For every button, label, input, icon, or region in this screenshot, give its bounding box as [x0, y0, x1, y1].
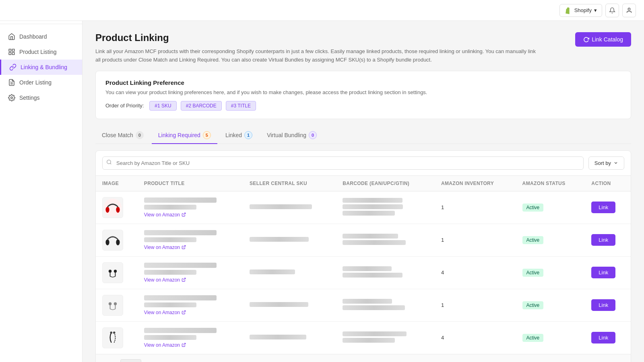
status-cell: Active [516, 321, 585, 354]
col-inventory: Amazon Inventory [435, 176, 516, 191]
link-catalog-button[interactable]: Link Catalog [575, 32, 631, 47]
barcode-redacted [343, 338, 395, 343]
product-subtitle-redacted [144, 270, 196, 275]
barcode-redacted [343, 305, 405, 310]
barcode-cell [336, 224, 435, 256]
tab-linking-required[interactable]: Linking Required 5 [152, 127, 217, 144]
sidebar-item-label: Order Listing [19, 79, 52, 86]
product-image [102, 262, 123, 283]
svg-rect-15 [106, 208, 109, 212]
per-page-select[interactable]: 10 25 50 [120, 359, 141, 362]
product-subtitle-redacted [144, 335, 196, 340]
svg-point-42 [113, 331, 116, 334]
sidebar-item-linking-bundling[interactable]: Linking & Bundling [0, 60, 82, 75]
inventory-cell: 4 [435, 256, 516, 289]
inventory-cell: 1 [435, 191, 516, 224]
bell-icon [609, 7, 615, 14]
col-status: Amazon Status [516, 176, 585, 191]
tab-virtual-bundling[interactable]: Virtual Bundling 0 [260, 127, 323, 144]
refresh-icon [583, 37, 589, 43]
sku-cell [243, 256, 336, 289]
header-bar: Shopify ▾ [0, 0, 644, 21]
col-action: Action [585, 176, 631, 191]
tab-close-match[interactable]: Close Match 0 [95, 127, 150, 144]
search-input[interactable] [102, 156, 584, 170]
barcode-redacted [343, 198, 402, 203]
sidebar-item-order-listing[interactable]: Order Listing [0, 75, 82, 90]
view-on-amazon-link[interactable]: View on Amazon [144, 245, 237, 250]
link-button[interactable]: Link [591, 267, 615, 278]
svg-point-40 [104, 329, 122, 346]
user-button[interactable] [622, 4, 636, 17]
table-row: View on Amazon 4ActiveLink [96, 256, 631, 289]
tab-linked[interactable]: Linked 1 [219, 127, 259, 144]
sidebar-item-dashboard[interactable]: Dashboard [0, 29, 82, 44]
product-title-redacted [144, 263, 217, 268]
product-subtitle-redacted [144, 237, 196, 242]
status-cell: Active [516, 256, 585, 289]
tab-linking-required-label: Linking Required [158, 132, 200, 138]
tab-virtual-bundling-label: Virtual Bundling [267, 132, 306, 138]
svg-rect-4 [12, 49, 14, 51]
product-table-container: Sort by Image Product Title Seller Centr… [95, 150, 631, 362]
col-barcode: Barcode (EAN/UPC/GTIN) [336, 176, 435, 191]
tab-linked-badge: 1 [244, 131, 252, 139]
tab-close-match-label: Close Match [102, 132, 133, 138]
barcode-cell [336, 256, 435, 289]
inventory-cell: 1 [435, 224, 516, 256]
sort-by-button[interactable]: Sort by [588, 156, 624, 170]
tab-close-match-badge: 0 [136, 131, 144, 139]
page-header-left: Product Linking Link all your Amazon MCF… [95, 32, 538, 64]
product-image [102, 327, 123, 348]
product-title-redacted [144, 230, 217, 235]
link-button[interactable]: Link [591, 234, 615, 246]
priority-tag-sku: #1 SKU [149, 101, 176, 111]
status-cell: Active [516, 224, 585, 256]
preference-card: Product Linking Preference You can view … [95, 71, 631, 119]
svg-point-24 [104, 263, 122, 281]
sku-redacted [250, 269, 295, 274]
shopify-selector-button[interactable]: Shopify ▾ [559, 4, 602, 17]
svg-rect-5 [9, 53, 11, 55]
action-cell: Link [585, 321, 631, 354]
product-title-cell: View on Amazon [138, 224, 243, 256]
product-image [102, 230, 123, 251]
svg-line-39 [184, 311, 186, 313]
barcode-redacted [343, 331, 407, 336]
sidebar-item-settings[interactable]: Settings [0, 90, 82, 105]
view-on-amazon-link[interactable]: View on Amazon [144, 342, 237, 348]
table-row: View on Amazon 1ActiveLink [96, 191, 631, 224]
sort-by-label: Sort by [594, 160, 611, 166]
barcode-redacted [343, 234, 398, 239]
view-on-amazon-link[interactable]: View on Amazon [144, 212, 237, 218]
svg-point-41 [110, 331, 113, 334]
view-on-amazon-link[interactable]: View on Amazon [144, 310, 237, 315]
sku-redacted [250, 302, 308, 307]
view-on-amazon-link[interactable]: View on Amazon [144, 277, 237, 283]
status-badge: Active [522, 301, 544, 309]
svg-point-33 [109, 302, 111, 305]
sku-redacted [250, 204, 312, 209]
svg-line-43 [184, 343, 186, 345]
sidebar-item-product-listing[interactable]: Product Listing [0, 44, 82, 60]
link-button[interactable]: Link [591, 202, 615, 213]
inventory-cell: 4 [435, 321, 516, 354]
list-icon [8, 48, 15, 56]
priority-label: Order of Priority: [105, 103, 144, 109]
main-content: Product Linking Link all your Amazon MCF… [83, 21, 644, 362]
svg-point-25 [109, 269, 111, 272]
inventory-cell: 1 [435, 289, 516, 321]
svg-rect-22 [117, 241, 119, 244]
preference-title: Product Linking Preference [105, 79, 621, 86]
product-title-redacted [144, 197, 217, 203]
sidebar-item-label: Settings [19, 95, 40, 101]
product-image-cell [96, 289, 138, 321]
barcode-redacted [343, 273, 402, 278]
link-button[interactable]: Link [591, 332, 615, 343]
notification-button[interactable] [605, 4, 619, 17]
product-image-cell [96, 256, 138, 289]
svg-line-11 [110, 163, 111, 165]
link-button[interactable]: Link [591, 299, 615, 311]
page-title: Product Linking [95, 32, 538, 43]
product-title-cell: View on Amazon [138, 289, 243, 321]
